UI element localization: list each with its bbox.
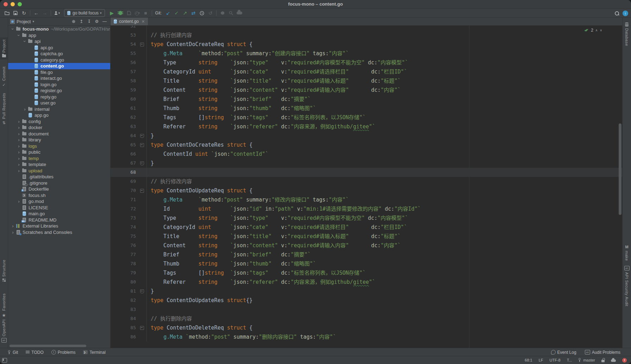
stripe-button-api-security-audit[interactable]: APIAPI Security Audit: [623, 264, 631, 308]
run-configuration-select[interactable]: go build focus ▾: [64, 9, 105, 17]
vcs-search-icon[interactable]: [227, 9, 235, 17]
tree-chevron-icon[interactable]: ›: [16, 150, 21, 154]
stripe-button-database[interactable]: Database: [623, 20, 631, 48]
code-line-73[interactable]: 73 Type string `json:"type" v:"required#…: [111, 213, 623, 223]
search-icon[interactable]: [615, 11, 619, 15]
line-number[interactable]: 64: [111, 131, 137, 140]
tree-item-app[interactable]: ›app: [8, 32, 110, 39]
stripe-button-commit[interactable]: Commit✓: [0, 64, 8, 89]
panel-settings-icon[interactable]: ⚙: [93, 18, 100, 25]
line-number[interactable]: 65: [111, 140, 137, 149]
stripe-button-pull-requests[interactable]: Pull Requests⇅: [0, 91, 8, 127]
tree-chevron-icon[interactable]: ›: [16, 132, 21, 136]
line-separator[interactable]: LF: [539, 358, 543, 362]
tree-item-.gitignore[interactable]: .gitignore: [8, 180, 110, 186]
code-line-81[interactable]: 81}: [111, 287, 623, 296]
tree-item-public[interactable]: ›public: [8, 149, 110, 155]
tree-chevron-icon[interactable]: ›: [16, 125, 21, 130]
line-number[interactable]: 85: [111, 323, 137, 332]
open-folder-icon[interactable]: [3, 9, 11, 17]
line-number[interactable]: 62: [111, 113, 137, 122]
tree-item-document[interactable]: ›document: [8, 131, 110, 137]
git-merge-icon[interactable]: ⇄: [189, 9, 198, 17]
tree-item-docker[interactable]: ›docker: [8, 124, 110, 131]
line-number[interactable]: 72: [111, 204, 137, 213]
tree-item-register.go[interactable]: register.go: [8, 88, 110, 94]
line-number[interactable]: 74: [111, 223, 137, 232]
toggle-tool-windows-icon[interactable]: [2, 358, 7, 363]
fold-marker-icon[interactable]: [137, 287, 146, 296]
tree-chevron-icon[interactable]: ›: [10, 230, 15, 235]
git-commit-icon[interactable]: ✓: [172, 9, 181, 17]
code-line-79[interactable]: 79 Tags []string `json:"tags" dc:"标签名称列表…: [111, 268, 623, 277]
code-line-53[interactable]: 53// 执行创建内容: [111, 31, 623, 40]
tree-chevron-icon[interactable]: ›: [16, 199, 21, 204]
code-line-78[interactable]: 78 Thumb string `json:"thumb" dc:"缩略图"`: [111, 259, 623, 268]
stripe-button-favorites[interactable]: Favorites★: [0, 291, 8, 320]
forward-icon[interactable]: →: [40, 9, 49, 17]
update-badge-icon[interactable]: ↑: [623, 11, 628, 16]
tree-chevron-icon[interactable]: ›: [17, 33, 21, 38]
tree-item-captcha.go[interactable]: captcha.go: [8, 51, 110, 57]
line-number[interactable]: 66: [111, 149, 137, 159]
tree-item-scratches-and-consoles[interactable]: ›Scratches and Consoles: [8, 229, 110, 236]
tree-item-template[interactable]: ›template: [8, 161, 110, 168]
line-number[interactable]: 52: [111, 26, 137, 31]
code-line-55[interactable]: 55 g.Meta `method:"post" summary:"创建内容接口…: [111, 49, 623, 58]
line-number[interactable]: 83: [111, 305, 137, 314]
line-number[interactable]: 59: [111, 85, 137, 95]
tree-item-app.go[interactable]: app.go: [8, 112, 110, 119]
stripe-button-project[interactable]: Project: [0, 37, 8, 59]
tool-window-git[interactable]: Git: [8, 350, 18, 355]
line-number[interactable]: 60: [111, 95, 137, 104]
cloud-settings-icon[interactable]: [611, 358, 616, 362]
tree-item-temp[interactable]: ›temp: [8, 155, 110, 162]
shelve-icon[interactable]: [218, 9, 227, 17]
tree-item-category.go[interactable]: category.go: [8, 57, 110, 63]
line-number[interactable]: 76: [111, 241, 137, 250]
tree-chevron-icon[interactable]: ›: [22, 107, 27, 111]
tree-item-main.go[interactable]: main.go: [8, 211, 110, 217]
tree-chevron-icon[interactable]: ›: [16, 144, 21, 148]
tree-item-reply.go[interactable]: reply.go: [8, 94, 110, 100]
code-line-64[interactable]: 64}: [111, 131, 623, 140]
tree-chevron-icon[interactable]: ›: [16, 156, 21, 161]
tree-item-internal[interactable]: ›internal: [8, 106, 110, 113]
tool-window-audit-problems[interactable]: API Audit Problems: [585, 350, 620, 355]
status-truncated-item[interactable]: T...: [567, 358, 572, 362]
code-line-68[interactable]: 68: [111, 168, 623, 177]
fold-marker-icon[interactable]: [137, 140, 146, 149]
tree-item-config[interactable]: ›config: [8, 119, 110, 125]
line-number[interactable]: 58: [111, 76, 137, 85]
cloud-icon[interactable]: [235, 9, 244, 17]
tree-item-library[interactable]: ›library: [8, 137, 110, 143]
code-line-83[interactable]: 83: [111, 305, 623, 314]
tree-chevron-icon[interactable]: ›: [16, 138, 21, 142]
fold-marker-icon[interactable]: [137, 159, 146, 168]
line-number[interactable]: 80: [111, 277, 137, 287]
history-icon[interactable]: [198, 9, 206, 17]
project-horizontal-scrollbar[interactable]: [10, 345, 86, 347]
code-line-76[interactable]: 76 Content string `json:"content" v:"req…: [111, 241, 623, 250]
tool-window-problems[interactable]: ! Problems: [51, 350, 76, 355]
tree-chevron-icon[interactable]: ›: [16, 168, 21, 173]
line-number[interactable]: 69: [111, 177, 137, 186]
code-line-54[interactable]: 54type ContentDoCreateReq struct {: [111, 40, 623, 49]
line-number[interactable]: 68: [111, 168, 137, 177]
tree-item-go.mod[interactable]: ›go.mod: [8, 198, 110, 205]
code-line-85[interactable]: 85type ContentDoDeleteReq struct {: [111, 323, 623, 332]
tree-item-focus-mono[interactable]: ›focus-mono~/Workspace/Go/GOPATH/src/git…: [8, 26, 110, 32]
tree-item-logs[interactable]: ›logs: [8, 143, 110, 149]
line-number[interactable]: 54: [111, 40, 137, 49]
coverage-icon[interactable]: [125, 9, 133, 17]
code-line-72[interactable]: 72 Id uint `json:"id" in:"path" v:"min:1…: [111, 204, 623, 213]
line-number[interactable]: 78: [111, 259, 137, 268]
fold-marker-icon[interactable]: [137, 40, 146, 49]
tool-window-terminal[interactable]: ❯ Terminal: [83, 350, 105, 355]
tree-item-.gitattributes[interactable]: .gitattributes: [8, 174, 110, 180]
line-number[interactable]: 57: [111, 67, 137, 76]
code-line-80[interactable]: 80 Referer string `json:"referer" dc:"内容…: [111, 277, 623, 287]
tree-item-interact.go[interactable]: interact.go: [8, 75, 110, 82]
code-line-61[interactable]: 61 Thumb string `json:"thumb" dc:"缩略图"`: [111, 104, 623, 113]
fold-marker-icon[interactable]: [137, 131, 146, 140]
